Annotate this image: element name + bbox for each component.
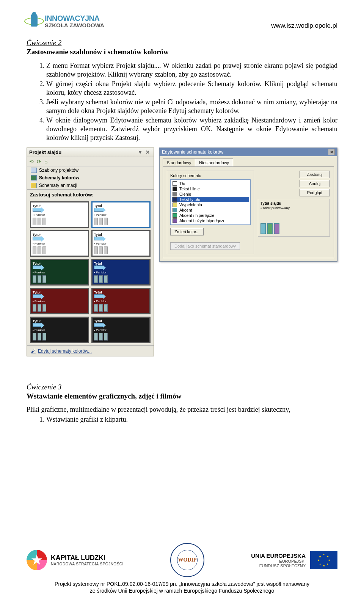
- color-swatch: [173, 187, 177, 191]
- scheme-color-list[interactable]: TłoTekst i linieCienieTekst tytułuWypełn…: [170, 179, 251, 225]
- dialog-title: Edytowanie schematu kolorów: [162, 149, 223, 155]
- scheme-thumb[interactable]: Tytuł• Punktor: [30, 259, 89, 286]
- ex2-step-1: Z menu Format wybierz Projekt slajdu....…: [46, 61, 337, 79]
- ex2-step-4: W oknie dialogowym Edytowanie schematu k…: [46, 116, 337, 142]
- color-swatch: [173, 202, 177, 207]
- color-label: Tło: [179, 181, 185, 186]
- color-label: Tekst i linie: [179, 187, 200, 191]
- apply-scheme-header: Zastosuj schemat kolorów:: [27, 189, 154, 199]
- scheme-thumb[interactable]: Tytuł• Punktor: [30, 288, 89, 314]
- color-swatch: [173, 218, 177, 223]
- color-item[interactable]: Tekst tytułu: [172, 197, 249, 202]
- site-url: www.isz.wodip.opole.pl: [271, 22, 337, 30]
- home-icon[interactable]: ⌂: [44, 158, 47, 165]
- color-swatch: [173, 197, 177, 202]
- color-label: Wypełnienia: [179, 202, 202, 207]
- color-label: Cienie: [179, 192, 191, 196]
- exercise-2: Ćwiczenie 2 Zastosowanie szablonów i sch…: [27, 39, 337, 142]
- eu-flag-icon: ★★ ★★ ★★ ★★: [310, 551, 337, 569]
- ex2-step-2: W górnej części okna Projekt slajdu wybi…: [46, 80, 337, 97]
- color-item[interactable]: Akcent i hiperłącze: [172, 213, 249, 218]
- ex3-body: Pliki graficzne, multimedialne w prezent…: [27, 406, 337, 414]
- task-pane-project-slide: Projekt slajdu ▼✕ ⟲ ⟳ ⌂ Szablony projekt…: [27, 148, 154, 356]
- dialog-edit-color-scheme: Edytowanie schematu kolorów ✕ Standardow…: [159, 148, 337, 262]
- kapital-ludzki-logo: KAPITAŁ LUDZKI NARODOWA STRATEGIA SPÓJNO…: [27, 550, 124, 570]
- link-color-schemes[interactable]: Schematy kolorów: [27, 174, 154, 182]
- color-swatch: [173, 192, 177, 196]
- star-icon: [27, 550, 47, 570]
- close-button[interactable]: ✕: [328, 149, 335, 155]
- logo-icon: [27, 11, 42, 31]
- color-item[interactable]: Akcent i użyte hiperłącze: [172, 218, 249, 223]
- ex2-title: Ćwiczenie 2: [27, 39, 337, 47]
- color-item[interactable]: Akcent: [172, 207, 249, 213]
- ex3-steps: Wstawianie grafiki z klipartu.: [27, 415, 337, 424]
- scheme-thumb[interactable]: Tytuł• Punktor: [91, 201, 151, 228]
- color-swatch: [173, 181, 177, 186]
- scheme-thumb[interactable]: Tytuł• Punktor: [91, 288, 151, 314]
- eu-logo: UNIA EUROPEJSKA EUROPEJSKI FUNDUSZ SPOŁE…: [251, 551, 337, 569]
- color-schemes-icon: [31, 175, 37, 180]
- exercise-3: Ćwiczenie 3 Wstawianie elementów graficz…: [27, 383, 337, 424]
- color-swatch: [173, 208, 177, 212]
- scheme-thumb[interactable]: Tytuł• Punktor: [91, 317, 151, 343]
- add-standard-scheme-button[interactable]: Dodaj jako schemat standardowy: [170, 242, 240, 250]
- scheme-colors-header: Kolory schematu: [170, 173, 251, 178]
- tab-standard[interactable]: Standardowy: [163, 158, 195, 166]
- back-icon[interactable]: ⟲: [29, 158, 34, 165]
- templates-icon: [31, 168, 37, 173]
- wodip-logo: WODIP: [170, 543, 204, 577]
- ex3-title: Ćwiczenie 3: [27, 383, 337, 391]
- logo-line2: SZKOŁA ZAWODOWA: [45, 22, 104, 28]
- dropdown-icon[interactable]: ▼: [136, 149, 144, 155]
- scheme-thumb[interactable]: Tytuł• Punktor: [30, 317, 89, 343]
- scheme-thumb[interactable]: Tytuł• Punktor: [91, 230, 151, 257]
- color-item[interactable]: Tło: [172, 181, 249, 186]
- apply-button[interactable]: Zastosuj: [300, 171, 330, 178]
- ex3-step-1: Wstawianie grafiki z klipartu.: [46, 415, 337, 424]
- logo-line1: INNOWACYJNA: [45, 14, 104, 22]
- color-swatch: [173, 213, 177, 218]
- color-item[interactable]: Wypełnienia: [172, 202, 249, 207]
- color-item[interactable]: Cienie: [172, 191, 249, 197]
- preview-button[interactable]: Podgląd: [300, 189, 330, 196]
- taskpane-title: Projekt slajdu: [29, 149, 61, 155]
- animation-icon: [31, 183, 37, 188]
- edit-color-schemes-link[interactable]: Edytuj schematy kolorów...: [27, 345, 154, 356]
- scheme-thumb[interactable]: Tytuł• Punktor: [91, 259, 151, 286]
- ex2-subtitle: Zastosowanie szablonów i schematów kolor…: [27, 48, 337, 56]
- tab-custom[interactable]: Niestandardowy: [195, 158, 233, 166]
- taskpane-nav: ⟲ ⟳ ⌂: [27, 157, 154, 166]
- scheme-preview: Tytuł slajdu • Tekst punktowany: [258, 199, 330, 237]
- forward-icon[interactable]: ⟳: [37, 158, 41, 165]
- color-label: Akcent i użyte hiperłącze: [179, 218, 226, 223]
- scheme-thumb[interactable]: Tytuł• Punktor: [30, 230, 89, 257]
- cancel-button[interactable]: Anuluj: [300, 180, 330, 187]
- scheme-thumb[interactable]: Tytuł• Punktor: [30, 201, 89, 228]
- scheme-thumbnails: Tytuł• Punktor Tytuł• Punktor Tytuł• Pun…: [27, 199, 154, 345]
- logo-left: INNOWACYJNA SZKOŁA ZAWODOWA: [27, 11, 104, 31]
- ex3-subtitle: Wstawianie elementów graficznych, zdjęć …: [27, 392, 337, 400]
- ex2-step-3: Jeśli wybrany schemat kolorów nie w pełn…: [46, 98, 337, 115]
- ex2-steps: Z menu Format wybierz Projekt slajdu....…: [27, 61, 337, 142]
- link-animation-schemes[interactable]: Schematy animacji: [27, 182, 154, 189]
- color-item[interactable]: Tekst i linie: [172, 186, 249, 191]
- color-label: Tekst tytułu: [179, 197, 200, 202]
- change-color-button[interactable]: Zmień kolor...: [170, 228, 204, 235]
- color-label: Akcent: [179, 208, 192, 212]
- link-templates[interactable]: Szablony projektów: [27, 166, 154, 174]
- footer-text: Projekt systemowy nr POKL.09.02.00-16-01…: [27, 581, 337, 594]
- page-footer: KAPITAŁ LUDZKI NARODOWA STRATEGIA SPÓJNO…: [0, 543, 364, 594]
- color-label: Akcent i hiperłącze: [179, 213, 214, 218]
- close-icon[interactable]: ✕: [144, 149, 151, 155]
